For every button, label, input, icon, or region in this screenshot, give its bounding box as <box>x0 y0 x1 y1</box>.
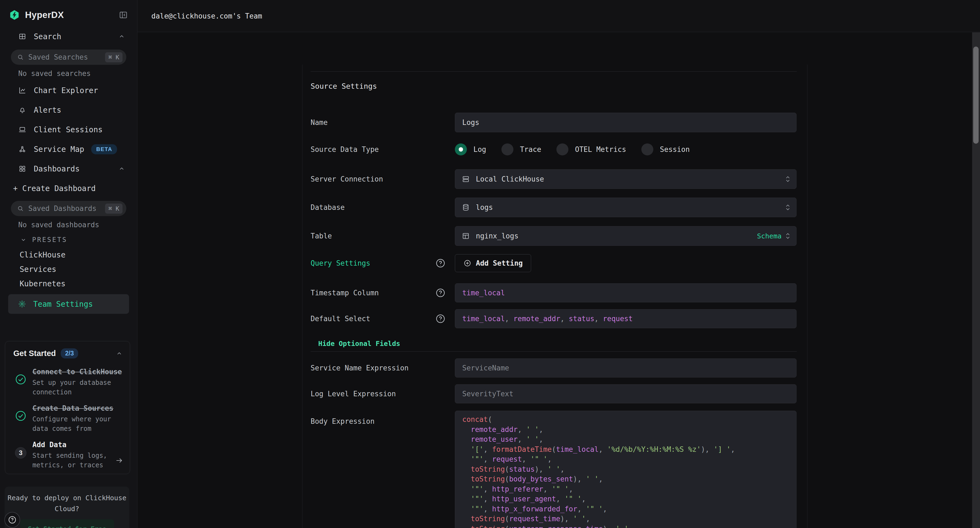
create-dashboard-button[interactable]: + Create Dashboard <box>0 178 137 198</box>
preset-item-kubernetes[interactable]: Kubernetes <box>0 277 137 291</box>
topbar: dale@clickhouse.com's Team <box>137 0 980 32</box>
service-name-row: Service Name Expression <box>302 358 797 377</box>
cmd-k-shortcut: ⌘ K <box>105 204 123 214</box>
body-expression-code[interactable]: concat( remote_addr, ' ', remote_user, '… <box>455 411 797 528</box>
chevron-up-icon[interactable] <box>118 33 125 40</box>
step-title: Connect to ClickHouse <box>32 368 123 376</box>
body-expression-row: Body Expression concat( remote_addr, ' '… <box>302 411 797 528</box>
step-description: Start sending logs, metrics, or traces <box>32 451 122 470</box>
server-icon <box>462 175 470 183</box>
body-expression-label: Body Expression <box>310 411 375 528</box>
table-row: Table nginx_logs Schema <box>302 226 797 246</box>
help-circle-icon[interactable] <box>435 288 446 298</box>
saved-dashboards-input[interactable] <box>28 204 105 213</box>
radio-option-otel-metrics[interactable]: OTEL Metrics <box>557 143 626 156</box>
bell-icon <box>18 106 26 114</box>
table-icon <box>462 232 470 240</box>
presets-toggle[interactable]: PRESETS <box>0 232 137 248</box>
no-saved-searches-text: No saved searches <box>0 67 137 81</box>
search-icon <box>17 205 24 212</box>
add-setting-button[interactable]: Add Setting <box>455 254 531 272</box>
timestamp-column-input[interactable]: time_local <box>455 283 797 302</box>
radio-option-log[interactable]: Log <box>455 143 486 156</box>
radio-selected-icon <box>455 143 467 156</box>
preset-label: ClickHouse <box>20 250 65 259</box>
section-title: Source Settings <box>310 82 377 91</box>
name-label: Name <box>310 113 328 132</box>
sidebar-item-label: Alerts <box>34 106 61 115</box>
table-select[interactable]: nginx_logs Schema <box>455 226 797 246</box>
step-title: Add Data <box>32 441 123 449</box>
timestamp-column-value: time_local <box>462 289 505 297</box>
check-circle-icon <box>15 410 26 421</box>
radio-option-trace[interactable]: Trace <box>501 143 541 156</box>
step-description: Configure where your data comes from <box>32 415 122 434</box>
saved-dashboards-search[interactable]: ⌘ K <box>11 201 126 216</box>
select-chevrons-icon <box>785 175 790 183</box>
schema-link[interactable]: Schema <box>757 232 781 240</box>
sidebar-item-chart-explorer[interactable]: Chart Explorer <box>0 81 137 100</box>
scrollbar-thumb[interactable] <box>973 46 978 144</box>
service-name-input[interactable] <box>455 358 797 377</box>
chevron-up-icon[interactable] <box>116 350 123 357</box>
chevron-up-icon[interactable] <box>118 165 125 172</box>
database-select[interactable]: logs <box>455 197 797 217</box>
database-value: logs <box>476 203 493 212</box>
log-level-input[interactable] <box>455 384 797 403</box>
get-started-free-button[interactable]: Get Started for Free <box>20 519 114 528</box>
radio-option-session[interactable]: Session <box>641 143 690 156</box>
preset-item-clickhouse[interactable]: ClickHouse <box>0 248 137 262</box>
timestamp-column-label: Timestamp Column <box>310 283 379 302</box>
sidebar-item-team-settings[interactable]: Team Settings <box>8 294 129 314</box>
sidebar-item-alerts[interactable]: Alerts <box>0 100 137 120</box>
hide-optional-fields-link[interactable]: Hide Optional Fields <box>318 340 400 348</box>
default-select-value: time_local, remote_addr, status, request <box>462 315 633 323</box>
collapse-sidebar-icon[interactable] <box>119 10 128 20</box>
gear-icon <box>18 300 26 308</box>
query-settings-label: Query Settings <box>310 254 370 272</box>
preset-label: Services <box>20 265 56 274</box>
database-icon <box>462 203 470 212</box>
default-select-input[interactable]: time_local, remote_addr, status, request <box>455 309 797 328</box>
clickhouse-cloud-card: Ready to deploy on ClickHouse Cloud? Get… <box>5 487 129 528</box>
step-description: Set up your database connection <box>32 378 122 397</box>
get-started-card: Get Started 2/3 Connect to ClickHouse Se… <box>5 341 130 474</box>
sidebar: HyperDX Search ⌘ K No saved searches Cha… <box>0 0 137 528</box>
radio-label: Session <box>660 145 690 154</box>
server-connection-select[interactable]: Local ClickHouse <box>455 169 797 189</box>
table-value: nginx_logs <box>476 232 519 240</box>
sidebar-item-dashboards[interactable]: Dashboards <box>0 159 137 178</box>
arrow-right-icon[interactable] <box>115 456 123 464</box>
hyperdx-logo-icon <box>9 10 20 21</box>
chevron-down-icon <box>20 237 27 243</box>
no-saved-dashboards-text: No saved dashboards <box>0 218 137 232</box>
saved-searches-input[interactable] <box>28 53 105 61</box>
sidebar-item-search[interactable]: Search <box>0 26 137 47</box>
get-started-step-3[interactable]: 3 Add Data Start sending logs, metrics, … <box>5 434 130 470</box>
timestamp-column-row: Timestamp Column time_local <box>302 283 797 302</box>
sidebar-item-label: Search <box>34 32 61 41</box>
help-circle-icon[interactable] <box>435 313 446 324</box>
get-started-step-2: Create Data Sources Configure where your… <box>5 397 130 434</box>
help-circle-icon[interactable] <box>435 258 446 269</box>
preset-item-services[interactable]: Services <box>0 262 137 277</box>
radio-unselected-icon <box>557 143 568 156</box>
sidebar-item-service-map[interactable]: Service Map BETA <box>0 139 137 159</box>
name-input[interactable] <box>455 113 797 132</box>
help-button[interactable] <box>4 512 20 528</box>
radio-label: Log <box>473 145 486 154</box>
get-started-title: Get Started <box>13 349 56 358</box>
scrollbar-track[interactable] <box>972 32 980 528</box>
sidebar-item-client-sessions[interactable]: Client Sessions <box>0 120 137 139</box>
server-connection-label: Server Connection <box>310 169 383 189</box>
radio-label: Trace <box>520 145 541 154</box>
grid-icon <box>18 165 26 173</box>
team-name-title: dale@clickhouse.com's Team <box>151 12 262 20</box>
source-data-type-row: Source Data Type Log Trace OTEL Metrics … <box>302 143 797 156</box>
default-select-row: Default Select time_local, remote_addr, … <box>302 309 797 328</box>
saved-searches-search[interactable]: ⌘ K <box>11 49 126 65</box>
main-content: Source Settings Name Source Data Type Lo… <box>137 32 980 528</box>
chart-icon <box>18 86 26 94</box>
database-row: Database logs <box>302 197 797 217</box>
beta-badge: BETA <box>91 144 117 154</box>
